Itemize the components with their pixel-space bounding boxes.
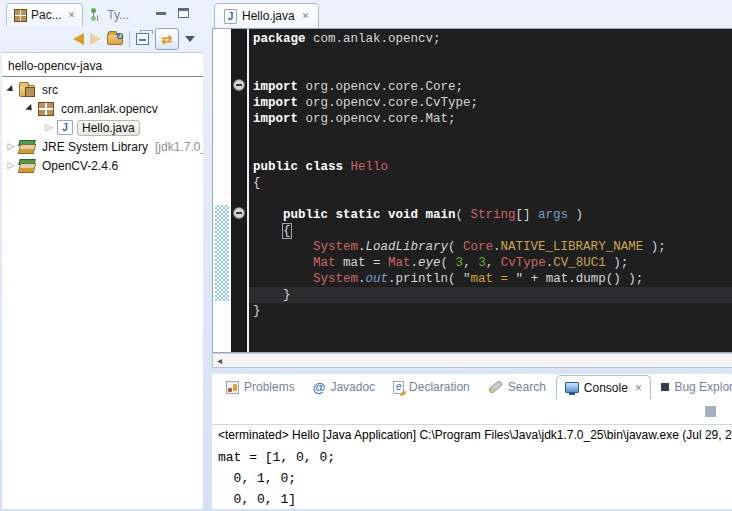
- code-token: [343, 160, 351, 174]
- tree-item-jre-system-library[interactable]: ▷JRE System Library[jdk1.7.0_25]: [2, 137, 203, 156]
- forward-arrow-icon[interactable]: [90, 33, 101, 45]
- matching-bracket: {: [283, 224, 291, 238]
- console-output[interactable]: mat = [1, 0, 0; 0, 1, 0; 0, 0, 1]: [212, 445, 732, 509]
- tab-label: Problems: [244, 380, 295, 394]
- tab-ty-[interactable]: Ty...: [83, 3, 136, 26]
- view-menu-icon[interactable]: [185, 36, 195, 42]
- folding-bar[interactable]: [231, 29, 249, 352]
- code-token: Mat: [388, 256, 411, 270]
- code-token: ,: [486, 256, 501, 270]
- close-icon[interactable]: ✕: [68, 10, 76, 20]
- tree-item-src[interactable]: src: [2, 80, 203, 99]
- collapse-all-icon[interactable]: [136, 33, 149, 45]
- tab-bug-explorer[interactable]: Bug Explorer: [653, 375, 732, 399]
- code-token: );: [643, 240, 666, 254]
- problems-icon: [226, 381, 239, 394]
- horizontal-scrollbar[interactable]: ◂: [212, 353, 732, 368]
- code-token: mat =: [336, 256, 389, 270]
- tab-pac-[interactable]: Pac...✕: [6, 3, 83, 26]
- maximize-icon[interactable]: [178, 8, 189, 18]
- link-with-editor-icon[interactable]: ⇄: [155, 28, 179, 50]
- code-line: public class Hello: [253, 159, 732, 175]
- fold-collapse-icon[interactable]: [233, 207, 245, 219]
- package-explorer-tree[interactable]: hello-opencv-java srccom.anlak.opencv▷JH…: [2, 52, 203, 509]
- expanded-arrow-icon[interactable]: [6, 87, 16, 92]
- code-token: []: [516, 208, 539, 222]
- tab-problems[interactable]: Problems: [218, 375, 303, 399]
- back-arrow-icon[interactable]: [73, 33, 84, 45]
- tab-label: Console: [584, 381, 628, 395]
- console-output-line: 0, 0, 1]: [218, 489, 726, 509]
- package-icon: [38, 102, 54, 116]
- code-token: eye: [418, 256, 441, 270]
- close-icon[interactable]: ✕: [635, 383, 643, 393]
- scroll-left-icon[interactable]: ◂: [217, 355, 222, 366]
- tree-item-suffix: [jdk1.7.0_25]: [155, 140, 203, 154]
- code-token: [253, 272, 313, 286]
- terminate-icon[interactable]: [705, 406, 716, 417]
- code-token: 3: [478, 256, 486, 270]
- editor-tab-hello-java[interactable]: J Hello.java ✕: [214, 3, 319, 28]
- type-hierarchy-icon: [90, 8, 103, 21]
- fold-collapse-icon[interactable]: [233, 79, 245, 91]
- tab-declaration[interactable]: Declaration: [385, 375, 478, 399]
- code-token: org.opencv.core.Mat;: [298, 112, 456, 126]
- code-editor[interactable]: package com.anlak.opencv;import org.open…: [212, 28, 732, 353]
- code-text[interactable]: package com.anlak.opencv;import org.open…: [249, 29, 732, 352]
- java-file-icon: J: [224, 9, 237, 24]
- tab-label: Bug Explorer: [674, 380, 732, 394]
- code-line: [253, 191, 732, 207]
- package-explorer-view: Pac...✕Ty... ⇄ hello-opencv-java srccom.…: [2, 2, 203, 509]
- code-line: System.LoadLibrary( Core.NATIVE_LIBRARY_…: [253, 239, 732, 255]
- tab-console[interactable]: Console✕: [556, 375, 652, 399]
- code-token: import: [253, 80, 298, 94]
- console-view: Problems@JavadocDeclarationSearchConsole…: [212, 374, 732, 509]
- code-token: CV_8UC1: [553, 256, 606, 270]
- range-indicator: [215, 205, 229, 301]
- tree-item-label: src: [39, 83, 61, 97]
- code-token: 3: [456, 256, 464, 270]
- code-token: org.opencv.core.Core;: [298, 80, 463, 94]
- code-token: .: [493, 240, 501, 254]
- minimize-icon[interactable]: [156, 12, 166, 15]
- code-token: .: [358, 272, 366, 286]
- code-line: [253, 143, 732, 159]
- go-up-icon[interactable]: [107, 33, 123, 45]
- code-token: mat =: [471, 272, 516, 286]
- editor-tab-label: Hello.java: [242, 9, 295, 23]
- tab-label: Search: [508, 380, 546, 394]
- tab-search[interactable]: Search: [480, 375, 554, 399]
- collapsed-arrow-icon[interactable]: ▷: [6, 161, 16, 170]
- project-separator: [2, 76, 203, 77]
- close-icon[interactable]: ✕: [302, 11, 310, 21]
- console-icon: [565, 382, 579, 393]
- code-line: import org.opencv.core.Core;: [253, 79, 732, 95]
- collapsed-arrow-icon[interactable]: ▷: [6, 142, 16, 151]
- code-token: [253, 256, 313, 270]
- expanded-arrow-icon[interactable]: [25, 106, 35, 111]
- code-line: System.out.println( "mat = " + mat.dump(…: [253, 271, 732, 287]
- code-token: import: [253, 112, 298, 126]
- console-status-line: <terminated> Hello [Java Application] C:…: [212, 425, 732, 445]
- collapsed-arrow-icon[interactable]: ▷: [44, 123, 54, 132]
- code-line: Mat mat = Mat.eye( 3, 3, CvType.CV_8UC1 …: [253, 255, 732, 271]
- code-line: [253, 63, 732, 79]
- tab-javadoc[interactable]: @Javadoc: [305, 375, 383, 399]
- code-token: package: [253, 32, 306, 46]
- code-line: public static void main( String[] args ): [253, 207, 732, 223]
- package-folder-icon: [19, 85, 35, 97]
- code-token: public static void main: [283, 208, 456, 222]
- code-token: ): [568, 208, 583, 222]
- code-token: com.anlak.opencv;: [306, 32, 441, 46]
- tree-item-opencv-2-4-6[interactable]: ▷OpenCV-2.4.6: [2, 156, 203, 175]
- java-file-icon: J: [57, 120, 73, 135]
- project-label[interactable]: hello-opencv-java: [2, 57, 203, 76]
- code-line: {: [253, 175, 732, 191]
- code-line: [253, 127, 732, 143]
- code-token: LoadLibrary: [366, 240, 449, 254]
- tree-item-com-anlak-opencv[interactable]: com.anlak.opencv: [2, 99, 203, 118]
- tree-item-hello-java[interactable]: ▷JHello.java: [2, 118, 203, 137]
- code-line: }: [249, 287, 732, 303]
- annotation-ruler[interactable]: [213, 29, 231, 352]
- code-token: NATIVE_LIBRARY_NAME: [501, 240, 644, 254]
